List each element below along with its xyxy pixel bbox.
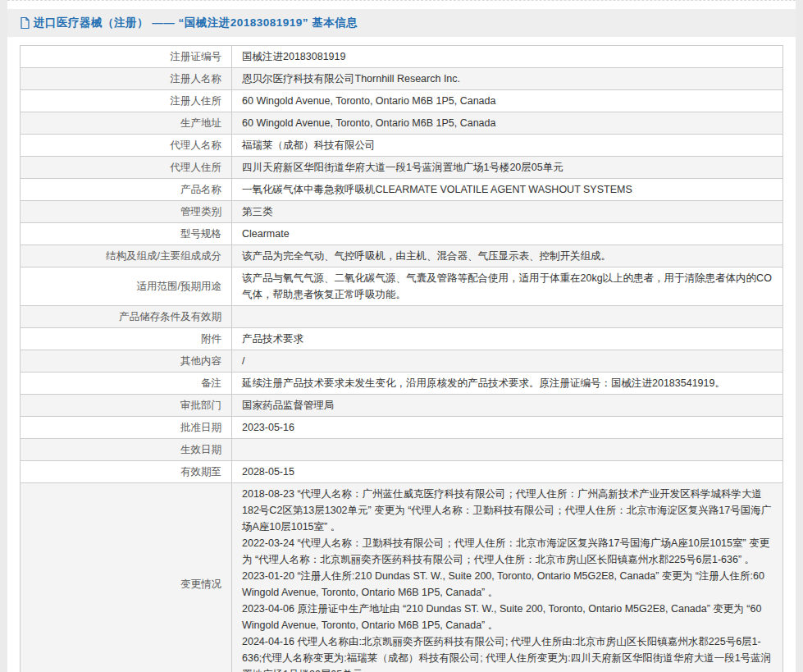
row-label: 注册证编号 bbox=[21, 46, 232, 68]
row-value: / bbox=[232, 350, 783, 373]
table-row: 产品名称一氧化碳气体中毒急救呼吸机CLEARMATE VOLATILE AGEN… bbox=[21, 179, 783, 201]
table-row: 有效期至2028-05-15 bbox=[21, 461, 783, 483]
row-label: 注册人名称 bbox=[21, 68, 232, 90]
table-area: 注册证编号国械注进20183081919注册人名称恩贝尔医疗科技有限公司Thor… bbox=[7, 37, 796, 672]
row-value: 延续注册产品技术要求未发生变化，沿用原核发的产品技术要求。原注册证编号：国械注进… bbox=[232, 373, 783, 395]
row-value: 该产品为完全气动、气控呼吸机，由主机、混合器、气压显示表、控制开关组成。 bbox=[232, 245, 783, 267]
table-row: 备注延续注册产品技术要求未发生变化，沿用原核发的产品技术要求。原注册证编号：国械… bbox=[21, 373, 783, 395]
info-table: 注册证编号国械注进20183081919注册人名称恩贝尔医疗科技有限公司Thor… bbox=[20, 45, 783, 672]
row-label: 生产地址 bbox=[21, 112, 232, 135]
row-label: 产品名称 bbox=[21, 179, 232, 201]
row-value: 第三类 bbox=[232, 201, 783, 223]
row-label: 代理人名称 bbox=[21, 135, 232, 157]
row-label: 生效日期 bbox=[21, 439, 232, 461]
row-value: 60 Wingold Avenue, Toronto, Ontario M6B … bbox=[232, 112, 783, 135]
table-row: 生产地址60 Wingold Avenue, Toronto, Ontario … bbox=[21, 112, 783, 135]
row-label: 备注 bbox=[21, 373, 232, 395]
table-row: 适用范围/预期用途该产品与氧气气源、二氧化碳气源、气囊及管路等配合使用，适用于体… bbox=[21, 267, 783, 306]
row-value: 该产品与氧气气源、二氧化碳气源、气囊及管路等配合使用，适用于体重在20kg以上的… bbox=[232, 267, 783, 306]
page-title: 进口医疗器械（注册） —— “国械注进20183081919” 基本信息 bbox=[34, 16, 358, 30]
row-label: 批准日期 bbox=[21, 417, 232, 439]
row-label: 代理人住所 bbox=[21, 157, 232, 179]
row-value: 国械注进20183081919 bbox=[232, 46, 783, 68]
table-row: 注册人住所60 Wingold Avenue, Toronto, Ontario… bbox=[21, 90, 783, 112]
row-label: 注册人住所 bbox=[21, 90, 232, 112]
row-value bbox=[232, 439, 783, 461]
row-label: 有效期至 bbox=[21, 461, 232, 483]
row-value: 产品技术要求 bbox=[232, 328, 783, 350]
row-label: 变更情况 bbox=[21, 483, 232, 672]
row-label: 管理类别 bbox=[21, 201, 232, 223]
row-value: 2018-08-23 “代理人名称：广州蓝仕威克医疗科技有限公司；代理人住所：广… bbox=[232, 483, 783, 672]
table-row: 结构及组成/主要组成成分该产品为完全气动、气控呼吸机，由主机、混合器、气压显示表… bbox=[21, 245, 783, 267]
table-row: 附件产品技术要求 bbox=[21, 328, 783, 350]
row-label: 审批部门 bbox=[21, 395, 232, 417]
document-icon bbox=[19, 16, 31, 30]
row-value: 国家药品监督管理局 bbox=[232, 395, 783, 417]
row-value: 2023-05-16 bbox=[232, 417, 783, 439]
table-row: 审批部门国家药品监督管理局 bbox=[21, 395, 783, 417]
page-container: 进口医疗器械（注册） —— “国械注进20183081919” 基本信息 注册证… bbox=[7, 0, 796, 672]
row-value: Clearmate bbox=[232, 223, 783, 245]
table-row: 生效日期 bbox=[21, 439, 783, 461]
row-value: 四川天府新区华阳街道华府大道一段1号蓝润置地广场1号楼20层05单元 bbox=[232, 157, 783, 179]
table-row: 批准日期2023-05-16 bbox=[21, 417, 783, 439]
table-row: 型号规格Clearmate bbox=[21, 223, 783, 245]
table-row: 产品储存条件及有效期 bbox=[21, 306, 783, 328]
row-value: 2028-05-15 bbox=[232, 461, 783, 483]
row-label: 型号规格 bbox=[21, 223, 232, 245]
row-label: 适用范围/预期用途 bbox=[21, 267, 232, 306]
row-value: 一氧化碳气体中毒急救呼吸机CLEARMATE VOLATILE AGENT WA… bbox=[232, 179, 783, 201]
table-row: 管理类别第三类 bbox=[21, 201, 783, 223]
table-row: 注册证编号国械注进20183081919 bbox=[21, 46, 783, 68]
row-label: 附件 bbox=[21, 328, 232, 350]
table-row: 其他内容/ bbox=[21, 350, 783, 373]
row-value: 恩贝尔医疗科技有限公司Thornhill Research Inc. bbox=[232, 68, 783, 90]
row-value: 60 Wingold Avenue, Toronto, Ontario M6B … bbox=[232, 90, 783, 112]
row-value bbox=[232, 306, 783, 328]
table-row: 变更情况2018-08-23 “代理人名称：广州蓝仕威克医疗科技有限公司；代理人… bbox=[21, 483, 783, 672]
table-row: 注册人名称恩贝尔医疗科技有限公司Thornhill Research Inc. bbox=[21, 68, 783, 90]
table-row: 代理人住所四川天府新区华阳街道华府大道一段1号蓝润置地广场1号楼20层05单元 bbox=[21, 157, 783, 179]
row-label: 产品储存条件及有效期 bbox=[21, 306, 232, 328]
row-label: 其他内容 bbox=[21, 350, 232, 373]
row-value: 福瑞莱（成都）科技有限公司 bbox=[232, 135, 783, 157]
row-label: 结构及组成/主要组成成分 bbox=[21, 245, 232, 267]
section-header: 进口医疗器械（注册） —— “国械注进20183081919” 基本信息 bbox=[7, 9, 796, 37]
table-row: 代理人名称福瑞莱（成都）科技有限公司 bbox=[21, 135, 783, 157]
